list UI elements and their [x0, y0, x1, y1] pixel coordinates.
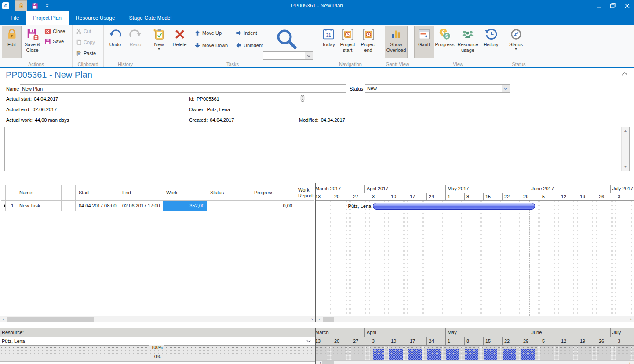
paste-button[interactable]: Paste	[74, 49, 97, 58]
grid-header-progress[interactable]: Progress	[251, 185, 295, 201]
scrollbar-thumb[interactable]	[7, 317, 94, 322]
scroll-left-arrow[interactable]: ‹	[316, 316, 323, 322]
save-and-close-button[interactable]: Save & Close	[22, 26, 42, 58]
actual-work-label: Actual work:	[6, 117, 33, 123]
grid-header-status[interactable]: Status	[207, 185, 251, 201]
grid-row-cell-work_reported[interactable]	[295, 201, 314, 211]
today-label: Today	[322, 42, 335, 47]
resource-usage-button[interactable]: Resource usage	[455, 26, 480, 58]
scroll-up-arrow[interactable]: ▲	[622, 127, 629, 135]
indent-button[interactable]: Indent	[234, 29, 264, 37]
edit-button[interactable]: Edit	[2, 26, 22, 58]
notes-textarea[interactable]: ▲ ▼	[4, 127, 630, 171]
close-button[interactable]	[620, 0, 634, 11]
weekend-stripe	[478, 201, 484, 316]
grid-row-cell-progress[interactable]: 0,00	[251, 201, 295, 211]
timescale-week: 5	[540, 337, 559, 346]
grid-header-start[interactable]: Start	[76, 185, 119, 201]
group-label-view: View	[412, 62, 504, 67]
name-input[interactable]: New Plan	[20, 84, 346, 93]
created-value: 04.04.2017	[210, 117, 234, 123]
progress-button[interactable]: € $ Progress	[435, 26, 455, 58]
gantt-task-bar[interactable]	[373, 203, 535, 210]
show-overload-button[interactable]: Show Overload	[385, 26, 408, 58]
timescale-week: 29	[521, 193, 540, 201]
weekend-stripe	[535, 201, 540, 316]
scroll-down-arrow[interactable]: ▼	[622, 163, 629, 171]
save-button[interactable]: Save	[43, 37, 66, 46]
grid-row-cell-work[interactable]: 352,00	[163, 201, 207, 211]
scrollbar-thumb[interactable]	[322, 361, 334, 364]
qat-save-button[interactable]	[29, 1, 41, 11]
close-plan-button[interactable]: Close	[43, 27, 66, 36]
utilization-scrollbar[interactable]: ‹ ›	[316, 360, 634, 364]
notes-scrollbar[interactable]: ▲ ▼	[621, 127, 629, 171]
utilization-scale: 100% 0%	[0, 346, 315, 361]
dropdown-button[interactable]	[502, 85, 510, 92]
weekend-stripe	[422, 346, 427, 360]
move-up-button[interactable]: Move Up	[193, 29, 229, 37]
month-boundary-line	[529, 201, 530, 316]
scrollbar-thumb[interactable]	[323, 317, 334, 322]
redo-button[interactable]: Redo	[126, 26, 145, 58]
task-area: NameStartEndWorkStatusProgressWork Repor…	[0, 183, 634, 322]
attachment-icon[interactable]	[300, 95, 305, 102]
grid-header-work_reported[interactable]: Work Reported	[295, 185, 314, 201]
lock-icon	[18, 3, 24, 9]
tab-file[interactable]: File	[4, 11, 26, 25]
search-icon[interactable]	[275, 27, 298, 50]
scroll-right-arrow[interactable]: ›	[309, 316, 315, 322]
grid-row-cell-name[interactable]: New Task	[16, 201, 62, 211]
grid-row-cell-status[interactable]	[207, 201, 251, 211]
collapse-chevron-icon[interactable]	[622, 72, 628, 76]
resource-selected-value: Pütz, Lena	[2, 339, 25, 344]
qat-lock-button[interactable]	[15, 0, 27, 11]
ribbon-group-gantt-view: Show Overload Gantt View	[383, 25, 412, 67]
grid-row-cell-flag[interactable]	[62, 201, 76, 211]
today-button[interactable]: 31 Today	[320, 26, 337, 58]
qat-customize-button[interactable]	[43, 1, 52, 11]
timescale-week: 12	[559, 337, 578, 346]
grid-header-end[interactable]: End	[119, 185, 163, 201]
undo-button[interactable]: Undo	[106, 26, 125, 58]
grid-header-flag[interactable]	[62, 185, 76, 201]
copy-button[interactable]: Copy	[74, 38, 97, 47]
grid-row-cell-end[interactable]: 02.06.2017 17:00	[119, 201, 163, 211]
show-overload-label: Show Overload	[386, 42, 406, 53]
actual-end-row: Actual end:02.06.2017	[6, 107, 57, 112]
grid-row-cell-indicator[interactable]	[1, 201, 6, 211]
scroll-right-arrow[interactable]: ›	[627, 361, 633, 364]
new-task-button[interactable]: New ▾	[149, 26, 169, 58]
progress-coins-icon: € $	[438, 28, 452, 41]
scroll-left-arrow[interactable]: ‹	[0, 316, 7, 322]
delete-task-button[interactable]: Delete	[170, 26, 189, 58]
project-end-button[interactable]: Project end	[358, 26, 378, 58]
tab-stage-gate-model[interactable]: Stage Gate Model	[122, 11, 179, 25]
grid-header-work[interactable]: Work	[163, 185, 207, 201]
move-down-button[interactable]: Move Down	[193, 41, 229, 50]
grid-row-cell-start[interactable]: 04.04.2017 08:00	[76, 201, 119, 211]
grid-horizontal-scrollbar[interactable]: ‹ ›	[0, 316, 315, 322]
task-search-combobox[interactable]	[263, 51, 313, 60]
gantt-horizontal-scrollbar[interactable]: ‹ ›	[316, 316, 634, 322]
grid-header-num[interactable]	[6, 185, 16, 201]
app-icon[interactable]: c	[2, 2, 9, 9]
history-view-button[interactable]: History	[481, 26, 501, 58]
cut-button[interactable]: Cut	[74, 27, 97, 36]
restore-button[interactable]	[606, 0, 620, 11]
tab-resource-usage[interactable]: Resource Usage	[69, 11, 122, 25]
status-select[interactable]: New	[365, 84, 510, 93]
project-start-button[interactable]: Project start	[338, 26, 357, 58]
resource-header: Resource:	[0, 328, 315, 337]
grid-row-cell-num[interactable]: 1	[6, 201, 16, 211]
resource-select[interactable]: Pütz, Lena	[0, 337, 315, 346]
gantt-button[interactable]: Gantt	[414, 26, 434, 58]
grid-header-indicator[interactable]	[1, 185, 6, 201]
minimize-button[interactable]	[592, 0, 606, 11]
dropdown-button[interactable]	[305, 52, 313, 59]
grid-header-name[interactable]: Name	[16, 185, 62, 201]
tab-project-plan[interactable]: Project Plan	[26, 11, 69, 25]
scroll-right-arrow[interactable]: ›	[627, 316, 634, 322]
unindent-button[interactable]: Unindent	[234, 41, 264, 50]
status-button[interactable]: Status ▾	[506, 26, 526, 58]
